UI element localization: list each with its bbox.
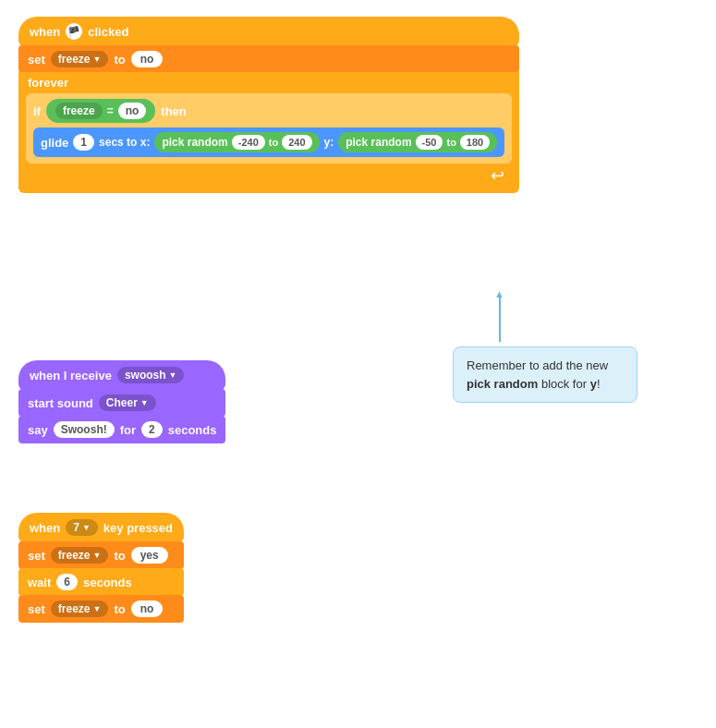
key-val[interactable]: 7 ▼ <box>66 519 98 536</box>
pr1-val2[interactable]: 240 <box>282 135 311 150</box>
forever-label: forever <box>18 72 519 91</box>
if-block[interactable]: if freeze = no then glide 1 secs to x: <box>26 93 512 164</box>
cheer-val[interactable]: Cheer ▼ <box>99 394 156 411</box>
pr2-to: to <box>446 137 455 148</box>
to-label3: to <box>114 602 125 616</box>
start-sound-block[interactable]: start sound Cheer ▼ <box>18 389 225 417</box>
set-freeze-block[interactable]: set freeze ▼ to no <box>18 45 519 73</box>
pick-random-x[interactable]: pick random -240 to 240 <box>154 132 319 152</box>
secs-to-x-label: secs to x: <box>99 136 150 149</box>
set-freeze-yes-block[interactable]: set freeze ▼ to yes <box>18 541 184 569</box>
for-label: for <box>120 423 136 437</box>
dropdown-arrow-freeze2: ▼ <box>92 551 101 560</box>
condition-block[interactable]: freeze = no <box>46 99 155 123</box>
sound-label: start sound <box>28 396 93 410</box>
freeze-var[interactable]: freeze ▼ <box>51 51 109 67</box>
pr1-to: to <box>269 137 278 148</box>
arrow-head: ▲ <box>494 288 504 299</box>
dropdown-arrow-sound: ▼ <box>140 398 149 407</box>
block-label: when <box>30 25 60 39</box>
set-freeze-no-block[interactable]: set freeze ▼ to no <box>18 595 184 623</box>
then-label: then <box>161 104 186 118</box>
wait-seconds-label: seconds <box>83 576 132 589</box>
pr1-label: pick random <box>162 136 227 149</box>
wait-label: wait <box>28 576 51 589</box>
seconds-label: seconds <box>168 423 217 437</box>
cond-var: freeze <box>55 103 103 119</box>
repeat-arrow: ↩ <box>491 166 504 185</box>
y-label: y: <box>324 136 334 149</box>
if-row: if freeze = no then <box>30 97 190 125</box>
say-block[interactable]: say Swoosh! for 2 seconds <box>18 416 225 443</box>
wait-secs[interactable]: 6 <box>56 574 78 590</box>
set-label2: set <box>28 549 45 563</box>
dropdown-arrow-receive: ▼ <box>169 370 177 380</box>
key-pressed-label: key pressed <box>103 521 173 535</box>
eq-label: = <box>107 104 114 117</box>
freeze-var3[interactable]: freeze ▼ <box>51 601 109 617</box>
swoosh-val[interactable]: swoosh ▼ <box>117 367 185 383</box>
dropdown-arrow-key: ▼ <box>82 523 91 532</box>
dropdown-arrow: ▼ <box>92 55 101 64</box>
receive-label: when I receive <box>30 369 112 382</box>
when-key-hat[interactable]: when 7 ▼ key pressed <box>18 513 184 542</box>
glide-secs[interactable]: 1 <box>73 134 94 151</box>
annotation-container: ▲ Remember to add the new pick random bl… <box>453 296 637 403</box>
pr2-label: pick random <box>346 136 411 149</box>
flag-icon: 🏴 <box>66 23 82 40</box>
pr2-val1[interactable]: -50 <box>416 135 443 150</box>
when-receive-hat[interactable]: when I receive swoosh ▼ <box>18 360 225 390</box>
to-label2: to <box>114 549 125 563</box>
set-label: set <box>28 53 45 67</box>
forever-block[interactable]: forever if freeze = no then glide <box>18 72 519 193</box>
glide-block[interactable]: glide 1 secs to x: pick random -240 to 2… <box>33 127 504 157</box>
if-label: if <box>33 104 41 118</box>
no-val2[interactable]: no <box>131 601 164 617</box>
cond-val[interactable]: no <box>118 103 147 119</box>
pr1-val1[interactable]: -240 <box>232 135 265 150</box>
to-label: to <box>114 53 125 67</box>
no-val[interactable]: no <box>131 51 164 67</box>
set-label3: set <box>28 602 45 616</box>
when-label: when <box>30 521 60 535</box>
pick-random-y[interactable]: pick random -50 to 180 <box>338 132 497 152</box>
say-secs[interactable]: 2 <box>141 421 163 438</box>
say-label: say <box>28 423 48 437</box>
say-val[interactable]: Swoosh! <box>54 421 115 438</box>
glide-label: glide <box>41 136 68 150</box>
dropdown-arrow-freeze3: ▼ <box>92 604 101 613</box>
wait-block[interactable]: wait 6 seconds <box>18 568 184 596</box>
annotation-box: Remember to add the new pick random bloc… <box>453 346 637 403</box>
pr2-val2[interactable]: 180 <box>460 135 490 150</box>
yes-val[interactable]: yes <box>131 547 168 564</box>
arrow-line <box>499 296 501 342</box>
when-flag-clicked-hat[interactable]: when 🏴 clicked <box>18 17 519 46</box>
annotation-text: Remember to add the new pick random bloc… <box>467 358 608 391</box>
freeze-var2[interactable]: freeze ▼ <box>51 547 109 564</box>
clicked-label: clicked <box>88 25 128 39</box>
